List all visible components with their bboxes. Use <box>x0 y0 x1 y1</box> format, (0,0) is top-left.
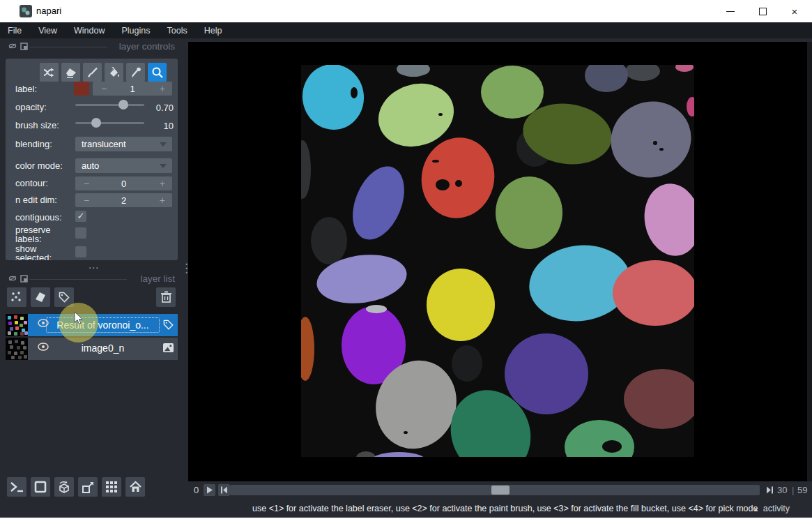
transpose-dimensions-button[interactable] <box>78 477 98 497</box>
brush-size-slider[interactable] <box>75 117 144 128</box>
menu-help[interactable]: Help <box>204 26 222 36</box>
brush-size-value: 10 <box>164 121 174 131</box>
n-edit-dim-increment[interactable]: + <box>160 195 165 206</box>
layer-controls-header: layer controls <box>6 40 178 53</box>
skip-to-last-button[interactable] <box>764 484 776 496</box>
opacity-slider-track[interactable] <box>75 104 144 106</box>
menu-plugins[interactable]: Plugins <box>122 26 151 36</box>
close-button[interactable]: × <box>779 0 810 22</box>
roll-cube-icon <box>57 481 71 494</box>
n-edit-dim-row-label: n edit dim: <box>15 195 57 204</box>
chevron-down-icon <box>160 142 167 146</box>
viewer-canvas[interactable] <box>188 42 812 481</box>
new-points-layer-button[interactable] <box>7 287 26 307</box>
roll-dimensions-button[interactable] <box>54 477 74 497</box>
paint-brush-icon <box>87 67 98 78</box>
ndisplay-square-icon <box>34 481 47 493</box>
layer-list-title: layer list <box>140 273 175 284</box>
shuffle-icon <box>43 67 56 78</box>
n-edit-dim-value[interactable]: 2 <box>75 195 172 206</box>
contour-increment[interactable]: + <box>160 178 165 189</box>
picker-tool-button[interactable] <box>126 63 145 82</box>
contiguous-row-label: contiguous: <box>15 213 62 222</box>
chevron-up-icon: ▲ <box>753 506 759 513</box>
menu-bar: File View Window Plugins Tools Help <box>0 22 812 38</box>
console-icon <box>10 481 24 492</box>
menu-tools[interactable]: Tools <box>167 26 187 36</box>
color-mode-row-label: color mode: <box>15 161 63 170</box>
new-shapes-layer-button[interactable] <box>31 287 50 307</box>
activity-toggle[interactable]: ▲activity <box>753 504 790 513</box>
home-icon <box>129 481 142 493</box>
skip-to-first-button[interactable] <box>218 484 230 496</box>
trash-icon <box>160 291 172 303</box>
play-button[interactable] <box>204 484 215 496</box>
chevron-down-icon <box>160 164 167 168</box>
grid-view-button[interactable] <box>102 477 121 497</box>
color-mode-dropdown[interactable]: auto <box>75 158 172 173</box>
dims-slider-row: 0 30 | 59 <box>188 481 812 499</box>
brush-size-slider-track[interactable] <box>75 122 144 124</box>
shuffle-colors-button[interactable] <box>40 63 59 82</box>
opacity-slider[interactable] <box>75 99 144 110</box>
activity-label: activity <box>763 504 790 513</box>
opacity-slider-handle[interactable] <box>118 100 128 110</box>
canvas-image <box>301 65 694 457</box>
frame-separator: | <box>792 485 794 495</box>
maximize-button[interactable] <box>747 0 778 22</box>
eraser-icon <box>65 67 77 78</box>
magnifier-icon <box>151 66 164 79</box>
label-increment[interactable]: + <box>160 83 165 94</box>
console-button[interactable] <box>7 477 26 497</box>
preserve-labels-checkbox[interactable] <box>75 227 86 239</box>
canvas-edge-strip <box>807 42 812 481</box>
color-mode-value: auto <box>82 160 99 171</box>
header-divider <box>29 279 127 280</box>
opacity-value: 0.70 <box>156 103 174 113</box>
skip-first-icon <box>220 486 228 494</box>
labels-layer-tag-icon <box>162 319 174 331</box>
toggle-2d-3d-button[interactable] <box>31 477 50 497</box>
blending-row-label: blending: <box>15 140 52 149</box>
window-title: napari <box>36 6 61 16</box>
show-selected-row-label: show selected: <box>15 244 71 260</box>
delete-layer-button[interactable] <box>156 287 176 307</box>
current-frame: 30 <box>777 485 787 495</box>
label-spinbox[interactable]: − 1 + <box>93 82 172 96</box>
layer-row-image0-n[interactable]: image0_n <box>6 338 178 360</box>
blending-dropdown[interactable]: translucent <box>75 137 172 151</box>
image-display[interactable] <box>301 65 694 457</box>
total-frames: 59 <box>797 485 807 495</box>
float-panel-icon[interactable] <box>20 43 28 50</box>
float-panel-icon[interactable] <box>20 275 28 283</box>
paint-tool-button[interactable] <box>83 63 102 82</box>
minimize-icon <box>726 11 735 12</box>
mouse-cursor <box>74 312 84 326</box>
dims-slider-handle[interactable] <box>491 486 510 495</box>
hide-panel-icon[interactable] <box>8 275 17 282</box>
dims-slider-track[interactable] <box>230 485 760 495</box>
contiguous-checkbox[interactable] <box>75 211 86 222</box>
menu-view[interactable]: View <box>38 26 57 36</box>
erase-tool-button[interactable] <box>61 63 80 82</box>
n-edit-dim-spinbox[interactable]: − 2 + <box>75 193 172 207</box>
menu-file[interactable]: File <box>8 26 22 36</box>
minimize-button[interactable] <box>715 0 746 22</box>
shapes-icon <box>34 291 47 303</box>
hide-panel-icon[interactable] <box>8 43 17 50</box>
layer-controls-panel: label: − 1 + opacity: 0.70 brush size: 1… <box>6 59 178 260</box>
label-color-swatch[interactable] <box>74 82 89 96</box>
home-button[interactable] <box>125 477 145 497</box>
header-divider <box>29 47 107 47</box>
contour-value[interactable]: 0 <box>75 179 172 189</box>
layer-list-header: layer list <box>6 273 178 285</box>
contour-row-label: contour: <box>15 179 48 188</box>
layer-thumbnail <box>6 338 28 360</box>
dims-axis-label: 0 <box>194 485 199 495</box>
fill-tool-button[interactable] <box>105 63 123 82</box>
show-selected-checkbox[interactable] <box>75 246 86 257</box>
zoom-pan-tool-button[interactable] <box>148 63 167 82</box>
brush-size-slider-handle[interactable] <box>91 118 101 128</box>
menu-window[interactable]: Window <box>74 26 105 36</box>
contour-spinbox[interactable]: − 0 + <box>75 176 172 190</box>
